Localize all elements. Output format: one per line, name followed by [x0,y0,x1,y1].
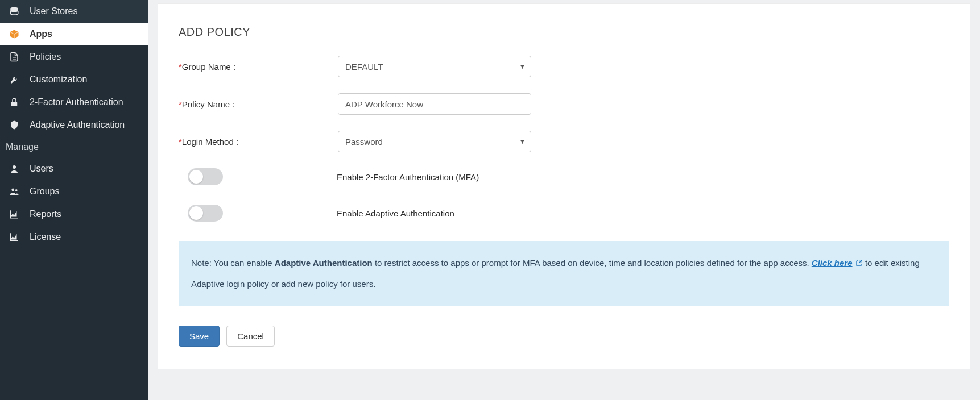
database-icon [8,6,20,16]
toggle-adaptive[interactable] [188,205,223,222]
toggle-mfa-label: Enable 2-Factor Authentication (MFA) [337,172,479,182]
shield-icon [8,120,20,130]
sidebar-item-label: Reports [30,209,61,219]
sidebar-item-reports[interactable]: Reports [0,203,148,226]
row-policy-name: *Policy Name : [179,93,949,115]
group-icon [8,186,20,197]
sidebar-item-apps[interactable]: Apps [0,23,148,45]
wrench-icon [8,74,20,85]
sidebar-item-label: Groups [30,186,59,197]
external-link-icon [855,255,863,274]
cancel-button[interactable]: Cancel [226,326,275,347]
sidebar-item-license[interactable]: License [0,226,148,248]
box-icon [8,29,20,39]
svg-point-4 [15,189,18,191]
row-toggle-adaptive: Enable Adaptive Authentication [188,205,949,222]
sidebar-item-label: License [30,232,61,242]
sidebar: User Stores Apps Policies Customization [0,0,148,400]
note-box: Note: You can enable Adaptive Authentica… [179,241,949,306]
sidebar-item-label: User Stores [30,6,77,16]
row-toggle-mfa: Enable 2-Factor Authentication (MFA) [188,168,949,185]
note-text-prefix: Note: You can enable [191,258,275,268]
select-login-method[interactable]: Password [338,131,531,152]
sidebar-item-label: Users [30,164,53,174]
svg-point-3 [11,189,14,191]
button-row: Save Cancel [179,326,949,347]
note-text-bold: Adaptive Authentication [275,258,373,268]
main-area: ADD POLICY *Group Name : DEFAULT ▼ *Poli… [148,0,980,400]
chart-icon [8,209,20,219]
note-link-click-here[interactable]: Click here [812,258,853,268]
toggle-adaptive-label: Enable Adaptive Authentication [337,209,454,218]
chart-icon [8,232,20,242]
sidebar-item-user-stores[interactable]: User Stores [0,0,148,23]
select-group-name[interactable]: DEFAULT [338,56,531,77]
sidebar-item-label: Apps [30,29,52,39]
sidebar-item-label: 2-Factor Authentication [30,97,123,107]
sidebar-item-groups[interactable]: Groups [0,180,148,203]
page-title: ADD POLICY [179,26,949,39]
row-group-name: *Group Name : DEFAULT ▼ [179,56,949,77]
sidebar-item-label: Customization [30,74,87,85]
label-login-method: *Login Method : [179,137,338,147]
sidebar-item-policies[interactable]: Policies [0,45,148,68]
add-policy-card: ADD POLICY *Group Name : DEFAULT ▼ *Poli… [158,3,970,369]
note-text-mid: to restrict access to apps or prompt for… [373,258,812,268]
sidebar-item-label: Adaptive Authentication [30,120,125,130]
sidebar-item-2fa[interactable]: 2-Factor Authentication [0,91,148,114]
sidebar-item-users[interactable]: Users [0,157,148,180]
save-button[interactable]: Save [179,326,220,347]
svg-point-2 [13,165,16,169]
svg-rect-1 [11,102,18,106]
input-policy-name[interactable] [338,93,531,115]
sidebar-item-adaptive-auth[interactable]: Adaptive Authentication [0,114,148,136]
sidebar-item-label: Policies [30,52,61,62]
label-group-name: *Group Name : [179,62,338,72]
sidebar-section-manage: Manage [0,136,148,157]
row-login-method: *Login Method : Password ▼ [179,131,949,152]
document-icon [8,52,20,62]
sidebar-item-customization[interactable]: Customization [0,68,148,91]
lock-icon [8,97,20,107]
label-policy-name: *Policy Name : [179,99,338,109]
user-icon [8,164,20,174]
toggle-mfa[interactable] [188,168,223,185]
